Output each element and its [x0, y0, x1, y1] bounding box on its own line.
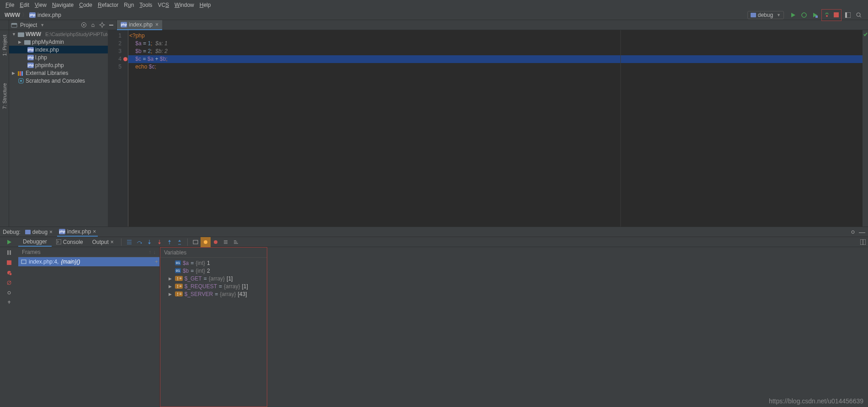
tool-project-button[interactable]: 1: Project — [2, 35, 7, 56]
breadcrumb-file[interactable]: index.php — [37, 12, 61, 18]
variable-row[interactable]: ▶⋮≡ $_REQUEST = {array} [1] — [160, 282, 267, 290]
step-into-icon[interactable] — [144, 237, 154, 247]
chevron-right-icon[interactable]: ▶ — [18, 40, 23, 44]
run-config-selector[interactable]: debug ▼ — [747, 11, 784, 19]
main-workspace: 1: Project 7: Structure ▼ WWW E:\Castle\… — [0, 30, 868, 227]
menu-edit[interactable]: Edit — [17, 1, 32, 9]
target-icon[interactable] — [80, 21, 87, 29]
svg-marker-34 — [7, 240, 11, 244]
pause-icon[interactable] — [5, 248, 14, 257]
run-config-label: debug — [758, 12, 773, 18]
debug-button[interactable] — [799, 11, 809, 20]
trace-icon[interactable] — [201, 237, 211, 247]
chevron-right-icon[interactable]: ▶ — [169, 276, 173, 281]
tree-scratches[interactable]: ▶ Scratches and Consoles — [9, 77, 108, 85]
evaluate-expression-icon[interactable] — [191, 237, 201, 247]
svg-rect-9 — [834, 12, 839, 17]
tree-file[interactable]: php index.php — [9, 46, 108, 53]
close-icon[interactable]: × — [111, 239, 114, 245]
chevron-down-icon[interactable]: ▼ — [40, 23, 44, 27]
current-execution-line: $c = $a + $b; — [128, 55, 863, 63]
collapse-icon[interactable] — [89, 21, 96, 29]
output-tab[interactable]: Output × — [88, 237, 118, 247]
chevron-right-icon[interactable]: ▶ — [169, 284, 173, 289]
tree-file[interactable]: php l.php — [9, 53, 108, 61]
variable-row[interactable]: 01 $b = {int} 2 — [160, 267, 267, 275]
variable-row[interactable]: ▶⋮≡ $_GET = {array} [1] — [160, 275, 267, 282]
stack-frame[interactable]: index.php:4, {main}() — [18, 257, 159, 266]
chevron-right-icon[interactable]: ▶ — [12, 71, 16, 75]
mute-breakpoints-icon[interactable] — [211, 237, 221, 247]
editor-tab[interactable]: php index.php × — [117, 20, 162, 30]
console-tab[interactable]: Console — [52, 237, 88, 247]
search-everywhere-icon[interactable] — [854, 11, 863, 20]
variable-value: [43] — [238, 291, 247, 297]
step-out-icon[interactable] — [164, 237, 175, 247]
step-over-icon[interactable] — [134, 237, 144, 247]
tree-file[interactable]: php phpinfo.php — [9, 61, 108, 69]
settings-icon[interactable] — [5, 288, 14, 297]
menu-window[interactable]: Window — [172, 1, 197, 9]
frames-title: Frames — [22, 249, 41, 255]
debug-session-tab[interactable]: php index.php × — [57, 227, 98, 237]
tree-project-root[interactable]: ▼ WWW E:\Castle\phpStudy\PHPTutorial — [9, 30, 108, 38]
menu-navigate[interactable]: Navigate — [49, 1, 76, 9]
stop-button[interactable] — [831, 11, 841, 20]
tool-structure-button[interactable]: 7: Structure — [2, 83, 7, 109]
menu-refactor[interactable]: Refactor — [95, 1, 121, 9]
run-button[interactable] — [789, 11, 798, 20]
editor-gutter[interactable]: 1 2 3 4 5 — [108, 30, 128, 227]
tree-external-libs[interactable]: ▶ External Libraries — [9, 69, 108, 77]
force-step-into-icon[interactable] — [154, 237, 164, 247]
hide-icon[interactable]: — — [859, 228, 865, 236]
tree-folder[interactable]: ▶ phpMyAdmin — [9, 38, 108, 46]
breakpoint-icon[interactable]: 4 — [108, 55, 128, 63]
debug-side-toolbar — [0, 247, 18, 407]
sort-icon[interactable] — [231, 237, 241, 247]
view-breakpoints-icon[interactable] — [5, 268, 14, 277]
layout-icon[interactable] — [843, 11, 852, 20]
svg-point-33 — [852, 231, 854, 233]
mute-breakpoints-icon[interactable] — [5, 278, 14, 287]
prev-frame-icon[interactable]: ↑ — [148, 249, 151, 255]
type-badge: 01 — [175, 260, 181, 265]
settings-list-icon[interactable] — [221, 237, 231, 247]
layout-icon[interactable] — [858, 237, 868, 247]
pin-icon[interactable] — [5, 298, 14, 307]
menu-run[interactable]: Run — [121, 1, 137, 9]
editor-content[interactable]: <?php $a = 1; $a: 1 $b = 2; $b: 2 $c = $… — [128, 30, 863, 227]
menu-tools[interactable]: Tools — [137, 1, 155, 9]
project-tree[interactable]: ▼ WWW E:\Castle\phpStudy\PHPTutorial ▶ p… — [9, 30, 108, 227]
chevron-down-icon[interactable]: ▼ — [12, 32, 16, 37]
gear-icon[interactable] — [850, 229, 856, 235]
menu-view[interactable]: View — [32, 1, 49, 9]
run-coverage-button[interactable] — [810, 11, 820, 20]
hide-icon[interactable] — [107, 21, 115, 29]
start-listening-icon[interactable] — [822, 11, 831, 20]
stop-icon[interactable] — [5, 258, 14, 267]
debug-session-tab[interactable]: debug × — [23, 228, 54, 236]
svg-marker-45 — [168, 240, 171, 242]
menu-code[interactable]: Code — [76, 1, 95, 9]
add-watch-icon[interactable]: + — [155, 259, 158, 265]
close-icon[interactable]: × — [49, 229, 53, 235]
project-tool-title[interactable]: Project — [20, 22, 37, 28]
close-icon[interactable]: × — [93, 228, 96, 235]
debugger-tab[interactable]: Debugger — [18, 237, 52, 247]
variable-row[interactable]: 01 $a = {int} 1 — [160, 259, 267, 267]
show-execution-point-icon[interactable] — [124, 237, 134, 247]
close-icon[interactable]: × — [155, 21, 159, 28]
rerun-button[interactable] — [6, 239, 12, 245]
chevron-right-icon[interactable]: ▶ — [169, 292, 173, 296]
run-to-cursor-icon[interactable] — [175, 237, 185, 247]
editor-error-stripe[interactable] — [863, 30, 868, 227]
code-editor[interactable]: 1 2 3 4 5 <?php $a = 1; $a: 1 $b = 2; $b… — [108, 30, 868, 227]
next-frame-icon[interactable]: ↓ — [153, 249, 156, 255]
variable-row[interactable]: ▶⋮≡ $_SERVER = {array} [43] — [160, 290, 267, 298]
breadcrumb-root[interactable]: WWW — [5, 12, 20, 18]
menu-help[interactable]: Help — [197, 1, 214, 9]
gear-icon[interactable] — [98, 21, 106, 29]
menu-file[interactable]: File — [3, 1, 17, 9]
menu-vcs[interactable]: VCS — [155, 1, 172, 9]
svg-rect-7 — [815, 16, 818, 18]
